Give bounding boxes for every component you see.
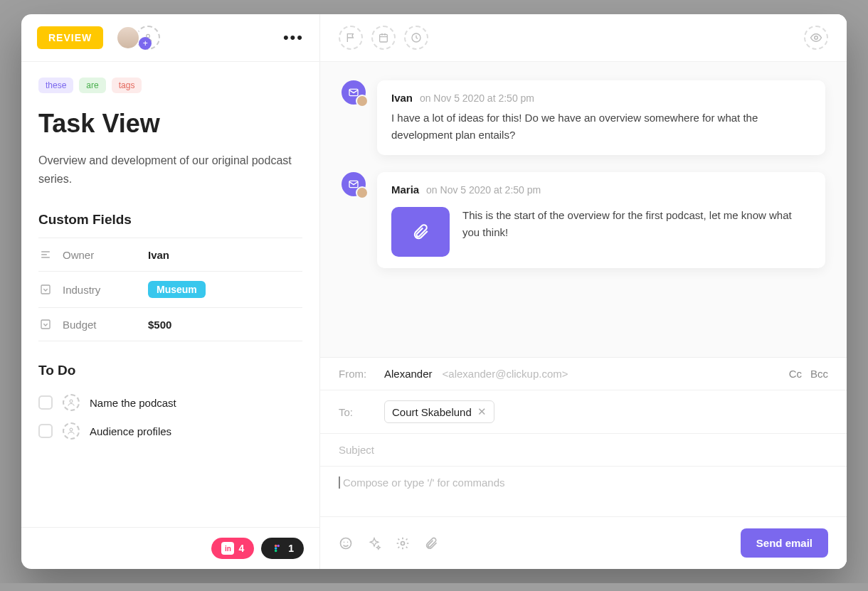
comment-body[interactable]: Maria on Nov 5 2020 at 2:50 pm This is t… xyxy=(377,172,825,268)
text-icon xyxy=(38,247,53,262)
activity-header xyxy=(320,14,847,62)
cf-row-budget[interactable]: Budget $500 xyxy=(38,307,302,341)
tag[interactable]: are xyxy=(79,78,105,93)
task-header: REVIEW + ••• xyxy=(21,14,319,62)
cf-value-pill: Museum xyxy=(148,281,206,298)
settings-button[interactable] xyxy=(396,536,410,550)
svg-rect-1 xyxy=(41,285,50,294)
comment-body[interactable]: Ivan on Nov 5 2020 at 2:50 pm I have a l… xyxy=(377,80,825,155)
watch-button[interactable] xyxy=(804,26,828,50)
assign-todo-button[interactable] xyxy=(63,422,80,440)
subject-input[interactable]: Subject xyxy=(320,434,847,467)
paperclip-icon xyxy=(411,223,430,241)
gear-icon xyxy=(396,536,410,550)
status-badge[interactable]: REVIEW xyxy=(37,26,103,49)
compose-body[interactable]: Compose or type '/' for commands xyxy=(320,467,847,516)
invision-chip[interactable]: in 4 xyxy=(211,538,254,559)
from-row: From: Alexander <alexander@clickup.com> … xyxy=(320,358,847,390)
svg-point-4 xyxy=(70,428,73,431)
figma-icon xyxy=(271,542,284,555)
to-label: To: xyxy=(339,406,374,418)
comment-thread: Ivan on Nov 5 2020 at 2:50 pm I have a l… xyxy=(320,62,847,357)
composer-toolbar: Send email xyxy=(320,516,847,569)
emoji-icon xyxy=(339,536,353,550)
comment-head: Maria on Nov 5 2020 at 2:50 pm xyxy=(391,183,541,196)
svg-point-17 xyxy=(401,541,405,545)
tag-list: these are tags xyxy=(38,78,302,93)
email-comment-icon xyxy=(342,172,366,196)
todo-item[interactable]: Audience profiles xyxy=(38,417,302,445)
flag-button[interactable] xyxy=(339,26,363,50)
custom-fields-heading: Custom Fields xyxy=(38,212,302,228)
paperclip-icon xyxy=(424,536,438,550)
comment-head: Ivan on Nov 5 2020 at 2:50 pm xyxy=(391,92,811,104)
eye-icon xyxy=(810,31,822,44)
from-label: From: xyxy=(339,368,374,380)
comment: Ivan on Nov 5 2020 at 2:50 pm I have a l… xyxy=(342,80,825,155)
attach-button[interactable] xyxy=(424,536,438,550)
tag[interactable]: these xyxy=(38,78,73,93)
cf-label: Industry xyxy=(63,284,148,296)
assignee-group: + xyxy=(116,26,160,50)
todo-label: Name the podcast xyxy=(90,397,176,409)
comment-meta: on Nov 5 2020 at 2:50 pm xyxy=(426,184,541,196)
chip-count: 4 xyxy=(238,543,244,554)
svg-point-5 xyxy=(275,545,277,548)
cf-value: $500 xyxy=(148,319,171,331)
time-button[interactable] xyxy=(404,26,428,50)
chip-count: 1 xyxy=(288,543,294,554)
compose-placeholder: Compose or type '/' for commands xyxy=(339,476,504,489)
todo-item[interactable]: Name the podcast xyxy=(38,388,302,417)
comment-author: Maria xyxy=(391,183,419,196)
comment-text: I have a lot of ideas for this! Do we ha… xyxy=(391,110,811,144)
todo-section: To Do Name the podcast Audience profiles xyxy=(38,363,302,445)
remove-recipient-icon[interactable]: ✕ xyxy=(477,405,487,418)
send-email-button[interactable]: Send email xyxy=(741,528,828,558)
activity-pane: Ivan on Nov 5 2020 at 2:50 pm I have a l… xyxy=(320,14,847,569)
attachment[interactable] xyxy=(391,207,450,257)
task-footer: in 4 1 xyxy=(21,527,319,569)
task-modal: REVIEW + ••• these are tags Task View Ov… xyxy=(21,14,847,569)
email-comment-icon xyxy=(342,80,366,105)
todo-heading: To Do xyxy=(38,363,302,378)
to-row[interactable]: To: Court Skabelund ✕ xyxy=(320,390,847,434)
comment-author: Ivan xyxy=(391,92,413,104)
comment-meta: on Nov 5 2020 at 2:50 pm xyxy=(420,92,534,104)
task-title[interactable]: Task View xyxy=(38,109,302,139)
more-menu[interactable]: ••• xyxy=(283,28,304,47)
svg-point-14 xyxy=(341,538,351,548)
cf-value: Ivan xyxy=(148,249,169,261)
cc-button[interactable]: Cc xyxy=(789,368,802,380)
avatar xyxy=(356,186,369,199)
dropdown-icon xyxy=(38,317,53,331)
calendar-icon xyxy=(378,32,389,43)
avatar xyxy=(356,95,369,107)
checkbox[interactable] xyxy=(38,424,53,438)
avatar[interactable]: + xyxy=(116,26,140,50)
svg-point-7 xyxy=(275,547,277,550)
bcc-button[interactable]: Bcc xyxy=(810,368,828,380)
checkbox[interactable] xyxy=(38,395,53,410)
svg-point-3 xyxy=(70,400,73,403)
task-description[interactable]: Overview and development of our original… xyxy=(38,151,302,188)
assign-todo-button[interactable] xyxy=(63,394,80,411)
flag-icon xyxy=(345,32,356,43)
from-name: Alexander xyxy=(384,368,433,380)
svg-rect-2 xyxy=(41,320,50,329)
email-composer: From: Alexander <alexander@clickup.com> … xyxy=(320,357,847,569)
recipient-chip[interactable]: Court Skabelund ✕ xyxy=(384,400,494,423)
todo-label: Audience profiles xyxy=(90,425,171,437)
tag[interactable]: tags xyxy=(112,78,142,93)
figma-chip[interactable]: 1 xyxy=(261,538,304,559)
comment-text: This is the start of the overview for th… xyxy=(462,207,811,241)
cf-row-industry[interactable]: Industry Museum xyxy=(38,271,302,307)
ai-button[interactable] xyxy=(367,536,381,550)
cf-label: Owner xyxy=(63,249,148,261)
emoji-button[interactable] xyxy=(339,536,353,550)
task-left-pane: REVIEW + ••• these are tags Task View Ov… xyxy=(21,14,320,569)
svg-point-8 xyxy=(275,550,277,553)
svg-point-6 xyxy=(277,545,280,548)
date-button[interactable] xyxy=(371,26,396,50)
cf-row-owner[interactable]: Owner Ivan xyxy=(38,238,302,271)
svg-point-15 xyxy=(344,541,345,543)
